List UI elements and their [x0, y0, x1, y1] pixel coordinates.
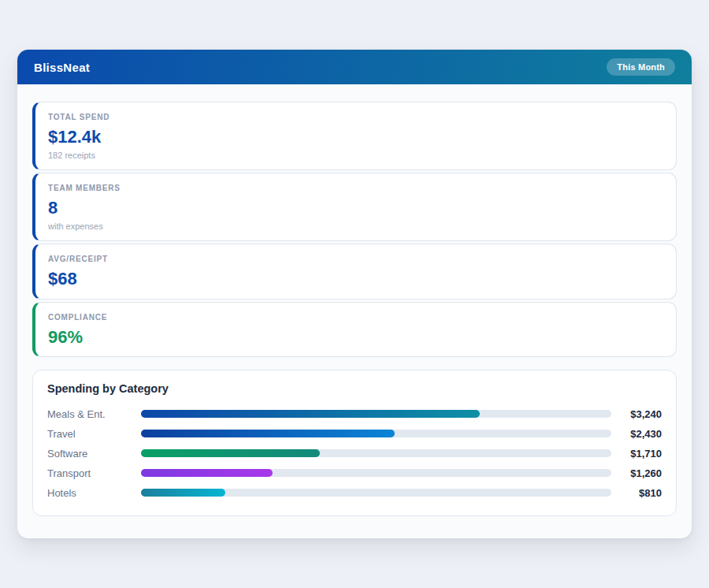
bar-track — [141, 469, 611, 477]
bar-fill — [141, 410, 480, 418]
category-value: $1,710 — [611, 448, 662, 460]
category-value: $1,260 — [611, 467, 662, 479]
bar-fill — [141, 430, 395, 437]
bar-track — [141, 430, 611, 437]
stat-label: TEAM MEMBERS — [48, 184, 663, 192]
spending-by-category-card: Spending by Category Meals & Ent.$3,240T… — [32, 370, 677, 516]
stat-card-total-spend: TOTAL SPEND$12.4k182 receipts — [32, 102, 677, 170]
stat-value: $12.4k — [48, 128, 663, 147]
app-header: BlissNeat This Month — [17, 50, 692, 84]
chart-row-hotels: Hotels$810 — [47, 483, 662, 503]
dashboard-panel: BlissNeat This Month TOTAL SPEND$12.4k18… — [17, 50, 692, 538]
stat-sub: with expenses — [48, 221, 663, 231]
stats-section: TOTAL SPEND$12.4k182 receiptsTEAM MEMBER… — [32, 102, 677, 357]
chart-title: Spending by Category — [47, 382, 662, 395]
stat-label: COMPLIANCE — [48, 313, 663, 322]
stat-sub: 182 receipts — [48, 151, 663, 160]
stat-value: 8 — [48, 199, 663, 218]
app-title: BlissNeat — [34, 61, 90, 74]
stat-card-compliance: COMPLIANCE96% — [32, 302, 677, 357]
chart-row-meals-ent: Meals & Ent.$3,240 — [47, 404, 662, 424]
stat-label: AVG/RECEIPT — [48, 255, 663, 263]
category-value: $2,430 — [611, 428, 662, 440]
stat-label: TOTAL SPEND — [48, 113, 663, 121]
category-label: Meals & Ent. — [47, 408, 141, 420]
bar-track — [141, 410, 611, 418]
stat-card-team-members: TEAM MEMBERS8with expenses — [32, 173, 677, 241]
category-value: $810 — [611, 487, 662, 499]
bar-fill — [141, 469, 273, 477]
period-badge[interactable]: This Month — [607, 58, 675, 76]
bar-fill — [141, 449, 320, 457]
category-label: Software — [47, 448, 141, 460]
chart-row-travel: Travel$2,430 — [47, 424, 662, 444]
stat-value: 96% — [48, 328, 663, 347]
chart-rows: Meals & Ent.$3,240Travel$2,430Software$1… — [47, 404, 662, 503]
bar-track — [141, 449, 611, 457]
panel-content: TOTAL SPEND$12.4k182 receiptsTEAM MEMBER… — [17, 84, 692, 532]
stat-card-avg-receipt: AVG/RECEIPT$68 — [32, 244, 677, 299]
chart-row-software: Software$1,710 — [47, 444, 662, 463]
bar-fill — [141, 489, 225, 497]
category-label: Travel — [47, 428, 141, 440]
stat-value: $68 — [48, 270, 663, 288]
category-label: Transport — [47, 467, 141, 479]
chart-row-transport: Transport$1,260 — [47, 463, 662, 483]
category-label: Hotels — [47, 487, 141, 499]
category-value: $3,240 — [611, 408, 662, 420]
bar-track — [141, 489, 611, 497]
